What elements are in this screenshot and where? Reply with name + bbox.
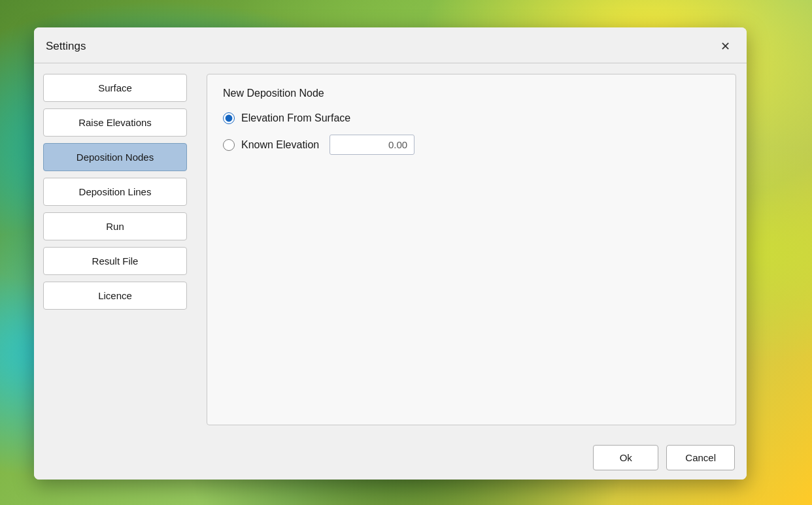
ok-button[interactable]: Ok: [593, 445, 658, 470]
radio-known-elevation[interactable]: [223, 139, 235, 151]
dialog-body: SurfaceRaise ElevationsDeposition NodesD…: [34, 63, 747, 436]
section-title: New Deposition Node: [223, 88, 720, 99]
known-elevation-input[interactable]: [330, 135, 414, 155]
dialog-footer: Ok Cancel: [34, 436, 747, 480]
radio-row-known-elevation: Known Elevation: [223, 135, 720, 155]
sidebar-item-deposition-nodes[interactable]: Deposition Nodes: [43, 143, 187, 171]
settings-dialog: Settings ✕ SurfaceRaise ElevationsDeposi…: [34, 27, 747, 480]
sidebar-item-raise-elevations[interactable]: Raise Elevations: [43, 108, 187, 137]
panel-box: New Deposition Node Elevation From Surfa…: [207, 74, 736, 425]
title-bar: Settings ✕: [34, 27, 747, 63]
sidebar-item-licence[interactable]: Licence: [43, 282, 187, 310]
radio-elevation-from-surface[interactable]: [223, 112, 235, 124]
dialog-title: Settings: [46, 40, 86, 53]
radio-row-elevation-from-surface: Elevation From Surface: [223, 112, 720, 124]
sidebar-item-deposition-lines[interactable]: Deposition Lines: [43, 178, 187, 206]
close-button[interactable]: ✕: [715, 37, 735, 56]
cancel-button[interactable]: Cancel: [666, 445, 735, 470]
sidebar-item-run[interactable]: Run: [43, 212, 187, 240]
sidebar: SurfaceRaise ElevationsDeposition NodesD…: [34, 63, 196, 436]
sidebar-item-surface[interactable]: Surface: [43, 74, 187, 102]
content-panel: New Deposition Node Elevation From Surfa…: [196, 63, 747, 436]
label-elevation-from-surface[interactable]: Elevation From Surface: [241, 112, 350, 124]
label-known-elevation[interactable]: Known Elevation: [241, 139, 319, 151]
sidebar-item-result-file[interactable]: Result File: [43, 247, 187, 275]
